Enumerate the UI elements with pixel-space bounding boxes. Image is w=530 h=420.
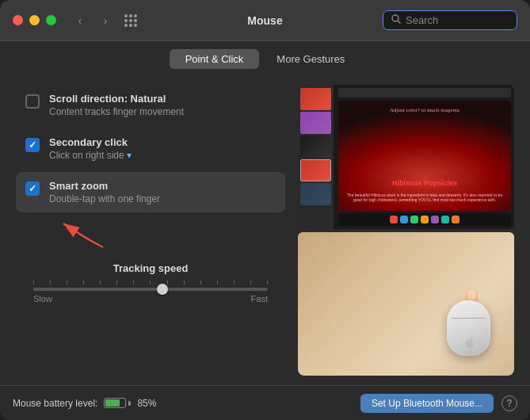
statusbar-right: Set Up Bluetooth Mouse... ? xyxy=(360,394,517,413)
nav-buttons: ‹ › xyxy=(69,10,116,32)
arrow-annotation xyxy=(40,216,135,251)
battery-body xyxy=(104,398,126,408)
back-button[interactable]: ‹ xyxy=(69,10,91,32)
keynote-sidebar xyxy=(298,85,334,229)
keynote-toolbar xyxy=(338,88,511,97)
battery-percent: 85% xyxy=(137,398,156,409)
battery-label: Mouse battery level: xyxy=(13,398,97,409)
scroll-direction-subtitle: Content tracks finger movement xyxy=(49,106,184,117)
secondary-click-setting: Secondary click Click on right side ▾ xyxy=(16,128,285,169)
keynote-dock xyxy=(338,213,511,226)
slider-labels: Slow Fast xyxy=(33,294,268,304)
scroll-direction-title: Scroll direction: Natural xyxy=(49,93,184,105)
help-button[interactable]: ? xyxy=(501,395,517,411)
slide-background: Adjust color? to much magenta Hibiscus P… xyxy=(338,101,511,211)
slider-container: Slow Fast xyxy=(25,281,276,304)
secondary-click-text: Secondary click Click on right side ▾ xyxy=(49,136,132,161)
search-icon xyxy=(391,14,401,26)
statusbar: Mouse battery level: 85% Set Up Bluetoot… xyxy=(0,385,530,420)
slider-slow-label: Slow xyxy=(33,294,52,304)
smart-zoom-checkbox[interactable] xyxy=(25,181,40,196)
slide-thumb-1 xyxy=(300,88,331,110)
grid-icon xyxy=(124,14,137,27)
mouse-body xyxy=(447,300,490,356)
maximize-button[interactable] xyxy=(46,15,56,25)
main-content: Scroll direction: Natural Content tracks… xyxy=(0,75,530,385)
smart-zoom-title: Smart zoom xyxy=(49,180,160,192)
titlebar: ‹ › Mouse Search xyxy=(0,0,530,41)
secondary-click-subtitle[interactable]: Click on right side ▾ xyxy=(49,150,132,161)
slide-heading: Hibiscus Popsicles xyxy=(338,179,511,187)
main-window: ‹ › Mouse Search Point & Click More Gest… xyxy=(0,0,530,420)
smart-zoom-subtitle: Double-tap with one finger xyxy=(49,193,160,204)
slider-ticks xyxy=(33,281,268,284)
scroll-direction-text: Scroll direction: Natural Content tracks… xyxy=(49,93,184,117)
tab-more-gestures[interactable]: More Gestures xyxy=(261,49,360,69)
keynote-main: Adjust color? to much magenta Hibiscus P… xyxy=(335,85,514,229)
secondary-click-title: Secondary click xyxy=(49,136,132,148)
search-input[interactable]: Search xyxy=(406,14,509,26)
keynote-slide: Adjust color? to much magenta Hibiscus P… xyxy=(338,101,511,211)
forward-button[interactable]: › xyxy=(94,10,116,32)
slide-thumb-3 xyxy=(300,136,331,158)
battery-section: Mouse battery level: 85% xyxy=(13,398,156,409)
keynote-preview: Adjust color? to much magenta Hibiscus P… xyxy=(298,85,514,229)
app-grid-button[interactable] xyxy=(120,10,142,32)
slide-thumb-2 xyxy=(300,112,331,134)
battery-icon xyxy=(104,398,131,408)
tracking-speed-title: Tracking speed xyxy=(113,262,189,274)
smart-zoom-text: Smart zoom Double-tap with one finger xyxy=(49,180,160,204)
slide-body: The beautiful Hibiscus plant is the ingr… xyxy=(345,193,505,203)
preview-bottom xyxy=(298,232,514,376)
scroll-direction-checkbox[interactable] xyxy=(25,94,40,109)
finger-nail xyxy=(467,290,475,300)
mouse-top-line xyxy=(452,318,486,319)
slide-title: Adjust color? to much magenta xyxy=(345,107,505,114)
slide-thumb-5 xyxy=(300,183,331,205)
right-panel: Adjust color? to much magenta Hibiscus P… xyxy=(298,85,514,376)
tabbar: Point & Click More Gestures xyxy=(0,41,530,75)
tracking-speed-section: Tracking speed Slow F xyxy=(16,254,285,311)
tab-point-click[interactable]: Point & Click xyxy=(170,49,260,69)
svg-point-0 xyxy=(392,15,398,21)
mouse-surface xyxy=(298,232,514,376)
search-box[interactable]: Search xyxy=(383,10,517,30)
svg-line-1 xyxy=(398,21,401,24)
tracking-speed-slider[interactable] xyxy=(33,288,268,291)
slide-thumb-4 xyxy=(300,159,331,181)
battery-tip xyxy=(128,401,131,406)
scroll-direction-setting: Scroll direction: Natural Content tracks… xyxy=(16,85,285,125)
apple-logo-icon xyxy=(464,337,474,346)
magic-mouse xyxy=(447,300,490,360)
battery-fill xyxy=(105,399,120,407)
preview-top: Adjust color? to much magenta Hibiscus P… xyxy=(298,85,514,229)
traffic-lights xyxy=(13,15,56,25)
smart-zoom-setting: Smart zoom Double-tap with one finger xyxy=(16,172,285,212)
minimize-button[interactable] xyxy=(29,15,40,25)
slider-fast-label: Fast xyxy=(251,294,268,304)
left-panel: Scroll direction: Natural Content tracks… xyxy=(16,85,285,376)
window-title: Mouse xyxy=(247,14,282,27)
secondary-click-checkbox[interactable] xyxy=(25,138,40,152)
bluetooth-setup-button[interactable]: Set Up Bluetooth Mouse... xyxy=(360,394,494,413)
close-button[interactable] xyxy=(13,15,23,25)
